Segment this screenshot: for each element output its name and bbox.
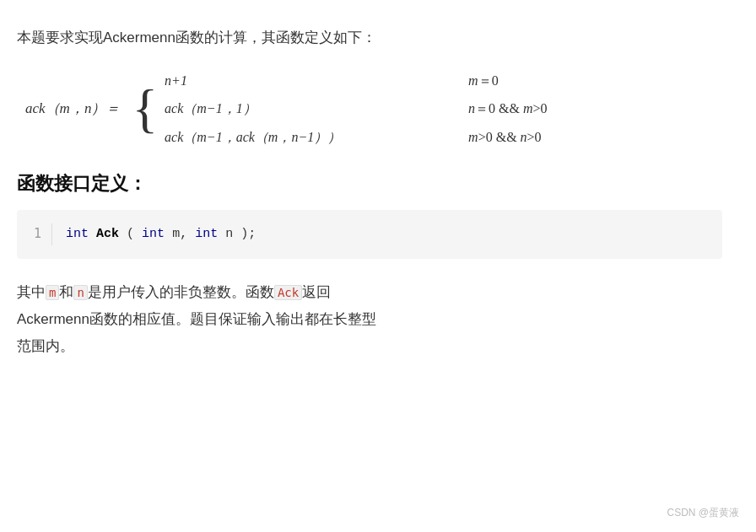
case-expr-3: ack（m−1，ack（m，n−1）） [165,123,401,152]
formula-block: ack（m，n）＝ { n+1 m＝0 ack（m−1，1） n＝0 && m>… [25,67,722,152]
line-number-1: 1 [34,226,41,241]
code-block-wrapper: 1 int Ack ( int m, int n ); [17,210,722,259]
big-brace: { [132,82,158,136]
formula-case-row-1: n+1 m＝0 [165,67,547,95]
inline-m: m [46,285,59,300]
line-numbers: 1 [34,223,52,245]
param-n: n ); [225,227,256,241]
desc-part4: Ackermenn函数的相应值。题目保证输入输出都在长整型 [17,311,376,327]
formula-case-row-2: ack（m−1，1） n＝0 && m>0 [165,94,547,123]
desc-part1: 其中 [17,284,46,300]
code-content: int Ack ( int m, int n ); [66,223,256,245]
formula-case-row-3: ack（m−1，ack（m，n−1）） m>0 && n>0 [165,123,547,152]
description-text: 其中m和n是用户传入的非负整数。函数Ack返回 Ackermenn函数的相应值。… [17,279,722,361]
case-expr-2: ack（m−1，1） [165,94,401,123]
case-expr-1: n+1 [165,67,401,95]
case-cond-3: m>0 && n>0 [468,123,542,152]
paren-open: ( [127,227,142,241]
brace-container: { n+1 m＝0 ack（m−1，1） n＝0 && m>0 ack（m−1，… [132,67,547,152]
desc-part2: 是用户传入的非负整数。函数 [88,284,274,300]
inline-n: n [73,285,87,300]
desc-and: 和 [59,284,73,300]
kw-int-m: int [142,227,165,241]
desc-part3: 返回 [302,284,331,300]
case-cond-1: m＝0 [468,67,499,95]
intro-text: 本题要求实现Ackermenn函数的计算，其函数定义如下： [17,25,722,51]
kw-int-n: int [195,227,218,241]
inline-ack: Ack [274,285,302,300]
param-m: m, [172,227,195,241]
fn-name: Ack [96,227,119,241]
kw-int-return: int [66,227,89,241]
case-cond-2: n＝0 && m>0 [468,94,547,123]
formula-lhs: ack（m，n）＝ [25,94,120,123]
desc-part5: 范围内。 [17,338,74,354]
section-heading: 函数接口定义： [17,171,722,196]
watermark: CSDN @蛋黄液 [667,506,739,520]
formula-cases: n+1 m＝0 ack（m−1，1） n＝0 && m>0 ack（m−1，ac… [165,67,547,152]
